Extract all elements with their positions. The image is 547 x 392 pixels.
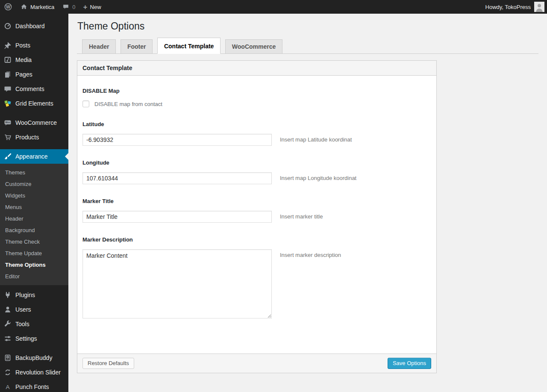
sidebar-item-label: Comments	[15, 85, 44, 92]
tab-footer[interactable]: Footer	[121, 39, 153, 54]
dashboard-icon	[3, 22, 12, 30]
sidebar-item-tools[interactable]: Tools	[0, 317, 68, 331]
sidebar-item-label: Dashboard	[15, 23, 45, 29]
comments-icon	[3, 85, 12, 93]
tab-contact-template[interactable]: Contact Template	[157, 38, 221, 54]
sidebar-item-pages[interactable]: Pages	[0, 67, 68, 82]
marker-title-input[interactable]	[82, 211, 272, 223]
menu-separator	[0, 346, 68, 351]
wordpress-logo-icon: W	[4, 3, 12, 11]
sidebar-item-appearance[interactable]: Appearance	[0, 149, 68, 164]
sidebar-item-woocommerce[interactable]: Woo WooCommerce	[0, 115, 68, 130]
sidebar-subitem-theme-check[interactable]: Theme Check	[0, 236, 68, 248]
site-name-label: Marketica	[30, 4, 54, 10]
field-marker-description: Marker Description Marker Content Insert…	[82, 236, 431, 318]
wrench-icon	[3, 320, 12, 328]
marker-title-hint: Insert marker title	[280, 211, 323, 220]
panel-body: DISABLE Map DISABLE map from contact Lat…	[77, 76, 436, 354]
menu-separator	[0, 111, 68, 115]
site-name-button[interactable]: Marketica	[16, 0, 58, 14]
latitude-hint: Insert map Latitude koordinat	[280, 134, 352, 143]
sidebar-subitem-editor[interactable]: Editor	[0, 271, 68, 282]
sidebar-item-label: Posts	[15, 42, 30, 49]
sidebar-item-label: Plugins	[15, 292, 35, 298]
sidebar-item-label: Punch Fonts	[15, 383, 49, 390]
pushpin-icon	[3, 41, 12, 50]
sidebar-item-punch-fonts[interactable]: A Punch Fonts	[0, 380, 68, 392]
disable-map-checkbox-label: DISABLE map from contact	[94, 101, 162, 107]
sidebar-item-comments[interactable]: Comments	[0, 82, 68, 96]
tab-header[interactable]: Header	[82, 39, 116, 54]
sidebar-subitem-header[interactable]: Header	[0, 213, 68, 224]
comments-bubble-button[interactable]: 0	[58, 0, 79, 14]
sidebar-subitem-widgets[interactable]: Widgets	[0, 190, 68, 201]
home-icon	[20, 3, 28, 11]
panel-footer: Restore Defaults Save Options	[77, 354, 436, 373]
disable-map-checkbox[interactable]	[82, 100, 89, 107]
howdy-account-link[interactable]: Howdy, TokoPress	[485, 4, 531, 10]
sidebar-subitem-theme-options[interactable]: Theme Options	[0, 259, 68, 271]
sidebar-item-products[interactable]: Products	[0, 130, 68, 144]
field-label: Latitude	[82, 121, 431, 127]
field-label: DISABLE Map	[82, 88, 431, 94]
longitude-hint: Insert map Longitude koordinat	[280, 172, 356, 181]
menu-separator	[0, 144, 68, 149]
sidebar-item-revolution-slider[interactable]: Revolution Slider	[0, 365, 68, 380]
page-title: Theme Options	[77, 14, 538, 38]
sidebar-item-label: WooCommerce	[15, 119, 57, 126]
sidebar-item-label: BackupBuddy	[15, 354, 52, 361]
tab-bar: Header Footer Contact Template WooCommer…	[77, 38, 538, 54]
plugin-icon	[3, 291, 12, 299]
field-label: Longitude	[82, 159, 431, 166]
wordpress-logo-button[interactable]: W	[0, 0, 16, 14]
plus-icon: +	[83, 3, 88, 11]
comment-count: 0	[72, 4, 75, 10]
longitude-input[interactable]	[82, 172, 272, 184]
avatar[interactable]	[534, 2, 544, 12]
sidebar-subitem-theme-update[interactable]: Theme Update	[0, 248, 68, 259]
marker-description-textarea[interactable]: Marker Content	[82, 249, 272, 318]
marker-description-hint: Insert marker description	[280, 249, 341, 258]
new-content-button[interactable]: + New	[79, 0, 105, 14]
latitude-input[interactable]	[82, 134, 272, 146]
user-icon	[3, 305, 12, 314]
sidebar-subitem-themes[interactable]: Themes	[0, 167, 68, 178]
svg-text:Woo: Woo	[5, 121, 10, 124]
grid-elements-icon	[3, 99, 12, 108]
sidebar-item-label: Settings	[15, 335, 37, 342]
sidebar-item-label: Appearance	[15, 153, 48, 160]
restore-defaults-button[interactable]: Restore Defaults	[82, 358, 134, 369]
menu-separator	[0, 33, 68, 38]
field-latitude: Latitude Insert map Latitude koordinat	[82, 121, 431, 146]
save-options-button[interactable]: Save Options	[388, 358, 431, 369]
letter-a-icon: A	[3, 383, 12, 391]
sidebar-item-grid-elements[interactable]: Grid Elements	[0, 96, 68, 111]
sidebar-item-label: Pages	[15, 71, 32, 78]
woocommerce-icon: Woo	[3, 118, 12, 127]
sidebar-subitem-customize[interactable]: Customize	[0, 178, 68, 190]
sidebar-item-posts[interactable]: Posts	[0, 38, 68, 53]
settings-icon	[3, 334, 12, 343]
sidebar-item-media[interactable]: Media	[0, 53, 68, 67]
field-label: Marker Description	[82, 236, 431, 243]
sidebar-item-label: Products	[15, 134, 39, 141]
paintbrush-icon	[3, 152, 12, 161]
sidebar-item-label: Revolution Slider	[15, 369, 61, 376]
refresh-icon	[3, 368, 12, 377]
sidebar-subitem-background[interactable]: Background	[0, 224, 68, 236]
tab-woocommerce[interactable]: WooCommerce	[225, 39, 282, 54]
svg-text:W: W	[6, 4, 10, 9]
field-disable-map: DISABLE Map DISABLE map from contact	[82, 88, 431, 107]
admin-sidebar: Dashboard Posts Media Pages Commen	[0, 14, 68, 392]
sidebar-item-label: Grid Elements	[15, 100, 53, 107]
field-marker-title: Marker Title Insert marker title	[82, 198, 431, 223]
sidebar-item-dashboard[interactable]: Dashboard	[0, 19, 68, 33]
sidebar-item-backupbuddy[interactable]: BackupBuddy	[0, 351, 68, 365]
pages-icon	[3, 70, 12, 79]
sidebar-item-settings[interactable]: Settings	[0, 331, 68, 346]
sidebar-subitem-menus[interactable]: Menus	[0, 201, 68, 213]
sidebar-item-users[interactable]: Users	[0, 302, 68, 317]
sidebar-item-plugins[interactable]: Plugins	[0, 288, 68, 302]
appearance-submenu: Themes Customize Widgets Menus Header Ba…	[0, 164, 68, 285]
sidebar-item-label: Users	[15, 306, 31, 313]
